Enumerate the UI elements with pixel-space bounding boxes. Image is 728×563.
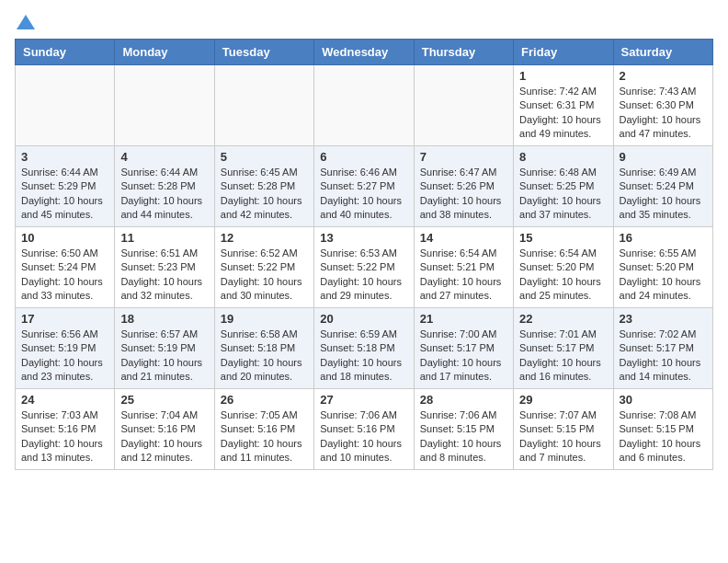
- calendar-cell: [214, 65, 313, 146]
- day-number: 1: [519, 69, 607, 83]
- day-number: 28: [420, 393, 507, 407]
- calendar-cell: 13Sunrise: 6:53 AM Sunset: 5:22 PM Dayli…: [314, 227, 414, 308]
- day-info: Sunrise: 6:44 AM Sunset: 5:28 PM Dayligh…: [120, 166, 208, 223]
- day-info: Sunrise: 6:48 AM Sunset: 5:25 PM Dayligh…: [519, 166, 607, 223]
- day-number: 8: [519, 150, 607, 164]
- day-info: Sunrise: 6:57 AM Sunset: 5:19 PM Dayligh…: [120, 327, 208, 385]
- calendar-cell: 1Sunrise: 7:42 AM Sunset: 6:31 PM Daylig…: [514, 65, 613, 146]
- logo: [15, 15, 35, 31]
- day-info: Sunrise: 7:07 AM Sunset: 5:15 PM Dayligh…: [519, 408, 607, 465]
- day-info: Sunrise: 6:55 AM Sunset: 5:20 PM Dayligh…: [620, 247, 707, 304]
- calendar-cell: 3Sunrise: 6:44 AM Sunset: 5:29 PM Daylig…: [16, 146, 115, 227]
- day-number: 26: [221, 393, 308, 407]
- day-number: 21: [420, 312, 507, 326]
- day-info: Sunrise: 6:51 AM Sunset: 5:23 PM Dayligh…: [120, 247, 208, 304]
- day-info: Sunrise: 7:04 AM Sunset: 5:16 PM Dayligh…: [120, 408, 208, 465]
- day-info: Sunrise: 7:05 AM Sunset: 5:16 PM Dayligh…: [221, 408, 308, 465]
- calendar-week-row: 10Sunrise: 6:50 AM Sunset: 5:24 PM Dayli…: [16, 227, 713, 308]
- calendar-cell: 16Sunrise: 6:55 AM Sunset: 5:20 PM Dayli…: [613, 227, 712, 308]
- calendar-cell: [314, 65, 414, 146]
- day-info: Sunrise: 6:54 AM Sunset: 5:20 PM Dayligh…: [519, 247, 607, 304]
- day-number: 24: [21, 393, 108, 407]
- day-of-week-header: Monday: [115, 40, 214, 65]
- calendar-cell: 23Sunrise: 7:02 AM Sunset: 5:17 PM Dayli…: [613, 308, 712, 389]
- calendar-cell: 28Sunrise: 7:06 AM Sunset: 5:15 PM Dayli…: [414, 389, 513, 470]
- calendar-cell: 14Sunrise: 6:54 AM Sunset: 5:21 PM Dayli…: [414, 227, 513, 308]
- calendar-cell: 15Sunrise: 6:54 AM Sunset: 5:20 PM Dayli…: [514, 227, 613, 308]
- day-number: 17: [21, 312, 108, 326]
- day-number: 3: [21, 150, 108, 164]
- day-info: Sunrise: 7:06 AM Sunset: 5:15 PM Dayligh…: [420, 408, 507, 465]
- calendar-cell: 8Sunrise: 6:48 AM Sunset: 5:25 PM Daylig…: [514, 146, 613, 227]
- calendar-body: 1Sunrise: 7:42 AM Sunset: 6:31 PM Daylig…: [16, 65, 713, 470]
- day-info: Sunrise: 7:02 AM Sunset: 5:17 PM Dayligh…: [620, 327, 707, 385]
- day-of-week-header: Tuesday: [214, 40, 313, 65]
- day-number: 23: [620, 312, 707, 326]
- day-info: Sunrise: 7:01 AM Sunset: 5:17 PM Dayligh…: [519, 327, 607, 385]
- calendar-cell: 25Sunrise: 7:04 AM Sunset: 5:16 PM Dayli…: [115, 389, 214, 470]
- day-info: Sunrise: 6:56 AM Sunset: 5:19 PM Dayligh…: [21, 327, 108, 385]
- calendar-cell: 30Sunrise: 7:08 AM Sunset: 5:15 PM Dayli…: [613, 389, 712, 470]
- calendar-cell: 10Sunrise: 6:50 AM Sunset: 5:24 PM Dayli…: [16, 227, 115, 308]
- calendar-week-row: 24Sunrise: 7:03 AM Sunset: 5:16 PM Dayli…: [16, 389, 713, 470]
- day-info: Sunrise: 7:06 AM Sunset: 5:16 PM Dayligh…: [320, 408, 407, 465]
- calendar-cell: [115, 65, 214, 146]
- day-number: 11: [120, 231, 208, 245]
- day-info: Sunrise: 6:58 AM Sunset: 5:18 PM Dayligh…: [221, 327, 308, 385]
- calendar-cell: 27Sunrise: 7:06 AM Sunset: 5:16 PM Dayli…: [314, 389, 414, 470]
- day-of-week-header: Sunday: [16, 40, 115, 65]
- day-number: 12: [221, 231, 308, 245]
- logo-triangle-icon: [17, 15, 35, 29]
- day-number: 7: [420, 150, 507, 164]
- calendar-cell: [16, 65, 115, 146]
- day-number: 5: [221, 150, 308, 164]
- day-info: Sunrise: 6:53 AM Sunset: 5:22 PM Dayligh…: [320, 247, 407, 304]
- day-info: Sunrise: 7:43 AM Sunset: 6:30 PM Dayligh…: [620, 85, 707, 142]
- calendar-cell: [414, 65, 513, 146]
- calendar-cell: 21Sunrise: 7:00 AM Sunset: 5:17 PM Dayli…: [414, 308, 513, 389]
- day-info: Sunrise: 6:59 AM Sunset: 5:18 PM Dayligh…: [320, 327, 407, 385]
- calendar-week-row: 1Sunrise: 7:42 AM Sunset: 6:31 PM Daylig…: [16, 65, 713, 146]
- day-number: 10: [21, 231, 108, 245]
- day-info: Sunrise: 7:00 AM Sunset: 5:17 PM Dayligh…: [420, 327, 507, 385]
- page-header: [15, 15, 713, 31]
- day-of-week-header: Saturday: [613, 40, 712, 65]
- calendar-cell: 2Sunrise: 7:43 AM Sunset: 6:30 PM Daylig…: [613, 65, 712, 146]
- day-info: Sunrise: 7:08 AM Sunset: 5:15 PM Dayligh…: [620, 408, 707, 465]
- day-number: 2: [620, 69, 707, 83]
- day-number: 20: [320, 312, 407, 326]
- day-number: 9: [620, 150, 707, 164]
- calendar-cell: 18Sunrise: 6:57 AM Sunset: 5:19 PM Dayli…: [115, 308, 214, 389]
- day-info: Sunrise: 6:52 AM Sunset: 5:22 PM Dayligh…: [221, 247, 308, 304]
- day-number: 30: [620, 393, 707, 407]
- day-info: Sunrise: 6:50 AM Sunset: 5:24 PM Dayligh…: [21, 247, 108, 304]
- day-number: 27: [320, 393, 407, 407]
- day-number: 13: [320, 231, 407, 245]
- day-info: Sunrise: 6:46 AM Sunset: 5:27 PM Dayligh…: [320, 166, 407, 223]
- day-info: Sunrise: 6:47 AM Sunset: 5:26 PM Dayligh…: [420, 166, 507, 223]
- calendar-cell: 9Sunrise: 6:49 AM Sunset: 5:24 PM Daylig…: [613, 146, 712, 227]
- day-info: Sunrise: 6:54 AM Sunset: 5:21 PM Dayligh…: [420, 247, 507, 304]
- day-number: 19: [221, 312, 308, 326]
- day-info: Sunrise: 7:03 AM Sunset: 5:16 PM Dayligh…: [21, 408, 108, 465]
- calendar-header: SundayMondayTuesdayWednesdayThursdayFrid…: [16, 40, 713, 65]
- calendar-week-row: 17Sunrise: 6:56 AM Sunset: 5:19 PM Dayli…: [16, 308, 713, 389]
- calendar-cell: 17Sunrise: 6:56 AM Sunset: 5:19 PM Dayli…: [16, 308, 115, 389]
- calendar-cell: 26Sunrise: 7:05 AM Sunset: 5:16 PM Dayli…: [214, 389, 313, 470]
- day-number: 29: [519, 393, 607, 407]
- calendar-cell: 12Sunrise: 6:52 AM Sunset: 5:22 PM Dayli…: [214, 227, 313, 308]
- calendar-cell: 24Sunrise: 7:03 AM Sunset: 5:16 PM Dayli…: [16, 389, 115, 470]
- calendar-cell: 19Sunrise: 6:58 AM Sunset: 5:18 PM Dayli…: [214, 308, 313, 389]
- calendar-cell: 4Sunrise: 6:44 AM Sunset: 5:28 PM Daylig…: [115, 146, 214, 227]
- day-of-week-header: Friday: [514, 40, 613, 65]
- day-number: 6: [320, 150, 407, 164]
- day-number: 25: [120, 393, 208, 407]
- day-number: 22: [519, 312, 607, 326]
- day-info: Sunrise: 6:44 AM Sunset: 5:29 PM Dayligh…: [21, 166, 108, 223]
- day-number: 16: [620, 231, 707, 245]
- calendar-cell: 22Sunrise: 7:01 AM Sunset: 5:17 PM Dayli…: [514, 308, 613, 389]
- calendar-cell: 20Sunrise: 6:59 AM Sunset: 5:18 PM Dayli…: [314, 308, 414, 389]
- calendar-table: SundayMondayTuesdayWednesdayThursdayFrid…: [15, 39, 713, 470]
- day-info: Sunrise: 7:42 AM Sunset: 6:31 PM Dayligh…: [519, 85, 607, 142]
- calendar-cell: 29Sunrise: 7:07 AM Sunset: 5:15 PM Dayli…: [514, 389, 613, 470]
